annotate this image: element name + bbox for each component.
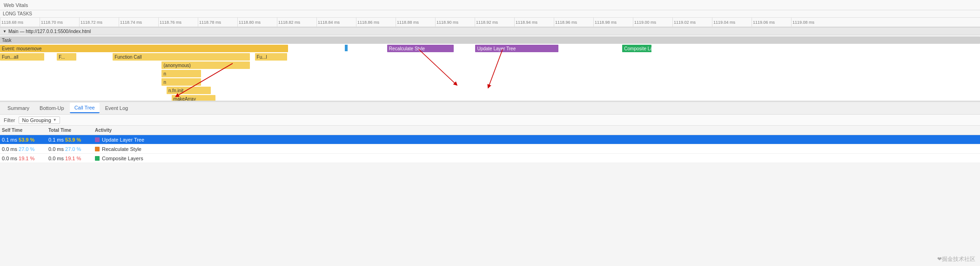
update-layer-tree-bar: Update Layer Tree bbox=[475, 45, 558, 52]
total-time-cell: 0.1 ms 53.9 % bbox=[48, 137, 95, 143]
recalculate-style-bar: Recalculate Style bbox=[387, 45, 454, 52]
activity-cell: Composite Layers bbox=[95, 156, 978, 161]
web-vitals-bar: Web Vitals bbox=[0, 0, 980, 10]
col-activity: Activity bbox=[95, 128, 978, 133]
ruler-tick: 1119.00 ms bbox=[633, 18, 672, 27]
ruler-tick: 1118.92 ms bbox=[475, 18, 514, 27]
activity-name: Recalculate Style bbox=[102, 146, 141, 152]
tab-summary[interactable]: Summary bbox=[3, 103, 34, 113]
total-time-cell: 0.0 ms 19.1 % bbox=[48, 156, 95, 161]
timeline-container: LONG TASKS 1118.68 ms1118.70 ms1118.72 m… bbox=[0, 10, 980, 101]
tab-bottom-up[interactable]: Bottom-Up bbox=[35, 103, 69, 113]
table-row[interactable]: 0.0 ms 19.1 % 0.0 ms 19.1 % Composite La… bbox=[0, 154, 980, 163]
long-tasks-label: LONG TASKS bbox=[0, 10, 980, 18]
ruler-tick: 1118.74 ms bbox=[119, 18, 158, 27]
activity-name: Update Layer Tree bbox=[102, 137, 144, 143]
ruler-tick: 1118.94 ms bbox=[514, 18, 554, 27]
chevron-down-icon: ▼ bbox=[53, 118, 57, 122]
activity-name: Composite Layers bbox=[102, 156, 143, 161]
svg-line-2 bbox=[419, 49, 456, 84]
activity-dot bbox=[95, 147, 100, 151]
ruler-tick: 1118.88 ms bbox=[396, 18, 435, 27]
n2-bar: n bbox=[161, 78, 201, 86]
fu-bar: Fu...l bbox=[255, 53, 287, 61]
svg-line-1 bbox=[489, 49, 503, 87]
nfninit-bar: n.fn.init bbox=[167, 87, 211, 94]
ruler-tick: 1118.84 ms bbox=[316, 18, 356, 27]
ruler-tick: 1118.70 ms bbox=[40, 18, 79, 27]
total-time-cell: 0.0 ms 27.0 % bbox=[48, 146, 95, 152]
url-text: Main — http://127.0.0.1:5500/index.html bbox=[8, 29, 91, 34]
filter-value: No Grouping bbox=[22, 117, 51, 123]
ruler-tick: 1119.02 ms bbox=[672, 18, 712, 27]
web-vitals-label: Web Vitals bbox=[4, 2, 28, 8]
flame-chart: Task Event: mousemove Fun...all F... Fun… bbox=[0, 35, 980, 101]
activity-cell: Recalculate Style bbox=[95, 146, 978, 152]
self-time-cell: 0.0 ms 19.1 % bbox=[2, 156, 48, 161]
makearray-bar: makeArray bbox=[172, 95, 216, 101]
ruler-tick: 1118.96 ms bbox=[554, 18, 593, 27]
table-body: 0.1 ms 53.9 % 0.1 ms 53.9 % Update Layer… bbox=[0, 135, 980, 163]
url-arrow: ▼ bbox=[3, 29, 7, 34]
bottom-panel: Summary Bottom-Up Call Tree Event Log Fi… bbox=[0, 101, 980, 163]
ruler-tick: 1118.98 ms bbox=[593, 18, 633, 27]
activity-cell: Update Layer Tree bbox=[95, 137, 978, 143]
filter-row: Filter No Grouping ▼ bbox=[0, 115, 980, 126]
activity-dot bbox=[95, 156, 100, 161]
filter-dropdown[interactable]: No Grouping ▼ bbox=[19, 116, 60, 124]
table-header: Self Time Total Time Activity bbox=[0, 126, 980, 135]
blue-marker bbox=[345, 45, 348, 51]
ruler-tick: 1118.82 ms bbox=[277, 18, 316, 27]
url-bar: ▼ Main — http://127.0.0.1:5500/index.htm… bbox=[0, 27, 980, 35]
anonymous-bar: (anonymous) bbox=[161, 61, 250, 69]
f-bar: F... bbox=[57, 53, 76, 61]
col-total-time: Total Time bbox=[48, 128, 95, 133]
self-time-cell: 0.1 ms 53.9 % bbox=[2, 137, 48, 143]
table-row[interactable]: 0.1 ms 53.9 % 0.1 ms 53.9 % Update Layer… bbox=[0, 135, 980, 144]
table-row[interactable]: 0.0 ms 27.0 % 0.0 ms 27.0 % Recalculate … bbox=[0, 144, 980, 154]
self-time-cell: 0.0 ms 27.0 % bbox=[2, 146, 48, 152]
event-mousemove-bar: Event: mousemove bbox=[0, 45, 288, 52]
col-self-time: Self Time bbox=[2, 128, 48, 133]
tabs-bar: Summary Bottom-Up Call Tree Event Log bbox=[0, 102, 980, 115]
filter-label: Filter bbox=[4, 117, 15, 123]
ruler-tick: 1118.80 ms bbox=[237, 18, 277, 27]
ruler-tick: 1118.68 ms bbox=[0, 18, 40, 27]
n1-bar: n bbox=[161, 70, 201, 77]
ruler-tick: 1118.86 ms bbox=[356, 18, 396, 27]
tab-call-tree[interactable]: Call Tree bbox=[70, 103, 100, 113]
ruler-tick: 1119.08 ms bbox=[791, 18, 831, 27]
task-bar: Task bbox=[0, 36, 980, 44]
ruler-tick: 1118.78 ms bbox=[198, 18, 237, 27]
composite-layers-bar: Composite Layers bbox=[622, 45, 651, 52]
activity-dot bbox=[95, 137, 100, 142]
fun-all-bar: Fun...all bbox=[0, 53, 44, 61]
ruler-tick: 1118.76 ms bbox=[158, 18, 198, 27]
ruler-tick: 1118.90 ms bbox=[435, 18, 475, 27]
function-call-bar: Function Call bbox=[113, 53, 250, 61]
ruler-tick: 1119.04 ms bbox=[712, 18, 752, 27]
ruler-tick: 1118.72 ms bbox=[79, 18, 119, 27]
timeline-ruler: 1118.68 ms1118.70 ms1118.72 ms1118.74 ms… bbox=[0, 18, 980, 27]
ruler-tick: 1119.06 ms bbox=[752, 18, 791, 27]
tab-event-log[interactable]: Event Log bbox=[101, 103, 133, 113]
